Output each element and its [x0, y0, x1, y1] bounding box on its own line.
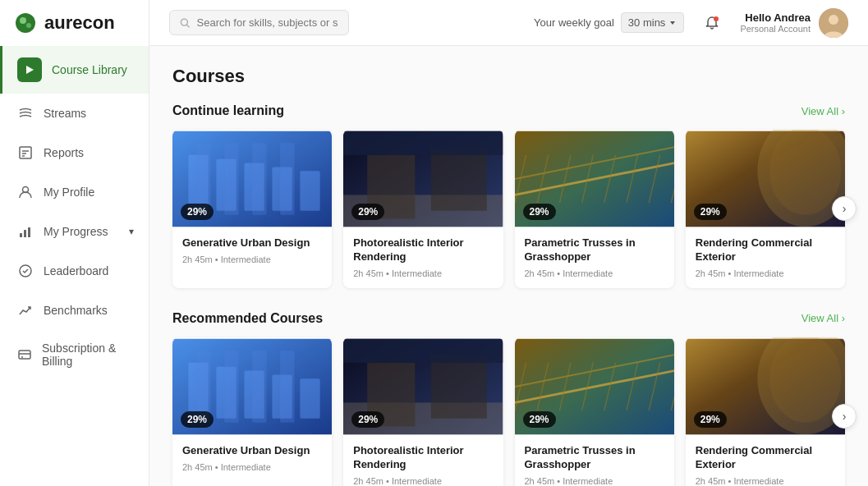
- card-thumbnail: 29%: [686, 130, 845, 228]
- svg-rect-66: [343, 339, 503, 363]
- section-recommended-courses: Recommended Courses View All › 29% Gener…: [172, 311, 845, 486]
- svg-rect-30: [252, 143, 266, 214]
- sidebar-item-my-progress[interactable]: My Progress ▾: [0, 212, 149, 251]
- progress-badge: 29%: [694, 411, 727, 428]
- course-card[interactable]: 29% Rendering Commercial Exterior 2h 45m…: [686, 337, 845, 486]
- sidebar: aurecon Course Library Streams: [0, 0, 149, 486]
- card-thumbnail: 29%: [172, 130, 332, 228]
- svg-point-19: [714, 16, 719, 21]
- svg-rect-31: [280, 143, 294, 214]
- course-card[interactable]: 29% Rendering Commercial Exterior 2h 45m…: [686, 130, 845, 288]
- card-body: Generative Urban Design 2h 45m • Interme…: [172, 228, 332, 274]
- svg-rect-9: [20, 233, 22, 237]
- sidebar-item-streams[interactable]: Streams: [0, 94, 149, 133]
- next-arrow-button[interactable]: ›: [832, 196, 857, 221]
- sidebar-item-label: Subscription & Billing: [42, 342, 134, 368]
- svg-rect-11: [28, 227, 30, 237]
- sidebar-item-course-library[interactable]: Course Library: [0, 46, 149, 94]
- sidebar-item-subscription-billing[interactable]: Subscription & Billing: [0, 330, 149, 379]
- billing-icon: [17, 346, 32, 363]
- course-card[interactable]: 29% Generative Urban Design 2h 45m • Int…: [172, 337, 332, 486]
- card-meta: 2h 45m • Intermediate: [696, 268, 835, 278]
- play-icon: [17, 57, 42, 82]
- benchmarks-icon: [17, 302, 34, 319]
- card-meta: 2h 45m • Intermediate: [696, 476, 835, 486]
- course-card[interactable]: 29% Generative Urban Design 2h 45m • Int…: [172, 130, 332, 288]
- bell-icon: [704, 15, 720, 31]
- svg-rect-60: [252, 351, 266, 422]
- page-title: Courses: [172, 66, 845, 87]
- sidebar-item-label: My Progress: [44, 225, 108, 238]
- chevron-down-icon: [668, 19, 677, 27]
- search-icon: [180, 17, 191, 29]
- svg-point-21: [829, 15, 838, 25]
- card-thumbnail: 29%: [515, 130, 674, 228]
- card-body: Photorealistic Interior Rendering 2h 45m…: [343, 228, 503, 288]
- next-arrow-button[interactable]: ›: [832, 404, 857, 429]
- cards-row: 29% Generative Urban Design 2h 45m • Int…: [172, 130, 845, 288]
- progress-badge: 29%: [523, 204, 556, 220]
- sidebar-item-label: Course Library: [52, 63, 127, 76]
- progress-badge: 29%: [181, 204, 214, 220]
- card-title: Generative Urban Design: [182, 236, 322, 250]
- course-card[interactable]: 29% Parametric Trusses in Grasshopper 2h…: [515, 130, 674, 288]
- svg-rect-13: [19, 351, 30, 359]
- card-thumbnail: 29%: [172, 337, 332, 436]
- svg-rect-57: [300, 378, 319, 419]
- svg-point-2: [26, 23, 31, 28]
- svg-marker-18: [670, 21, 675, 25]
- section-title: Recommended Courses: [172, 311, 323, 326]
- card-meta: 2h 45m • Intermediate: [525, 476, 664, 486]
- course-card[interactable]: 29% Photorealistic Interior Rendering 2h…: [343, 130, 503, 288]
- svg-rect-65: [431, 355, 487, 419]
- reports-icon: [17, 144, 34, 161]
- card-thumbnail: 29%: [343, 130, 503, 228]
- search-bar[interactable]: [169, 10, 349, 35]
- card-title: Photorealistic Interior Rendering: [353, 444, 493, 472]
- svg-rect-27: [300, 171, 319, 211]
- search-input[interactable]: [197, 16, 339, 29]
- svg-point-1: [20, 17, 26, 24]
- sidebar-item-leaderboard[interactable]: Leaderboard: [0, 251, 149, 291]
- progress-badge: 29%: [523, 411, 556, 428]
- svg-rect-35: [431, 147, 487, 211]
- sidebar-item-label: Leaderboard: [44, 264, 108, 277]
- notifications-button[interactable]: [697, 8, 727, 38]
- course-card[interactable]: 29% Parametric Trusses in Grasshopper 2h…: [515, 337, 674, 486]
- logo: aurecon: [15, 12, 115, 34]
- sidebar-item-label: Reports: [44, 146, 84, 159]
- sidebar-item-label: Streams: [44, 107, 86, 120]
- view-all-button[interactable]: View All ›: [801, 312, 845, 324]
- course-card[interactable]: 29% Photorealistic Interior Rendering 2h…: [343, 337, 503, 486]
- card-body: Parametric Trusses in Grasshopper 2h 45m…: [515, 228, 674, 288]
- svg-rect-36: [343, 131, 503, 155]
- card-body: Photorealistic Interior Rendering 2h 45m…: [343, 436, 503, 486]
- main-area: Your weekly goal 30 mins Hello Andrea Pe…: [149, 0, 868, 486]
- weekly-goal-dropdown[interactable]: 30 mins: [621, 12, 685, 33]
- user-name: Hello Andrea: [740, 11, 811, 24]
- card-meta: 2h 45m • Intermediate: [182, 462, 322, 472]
- progress-badge: 29%: [694, 204, 727, 220]
- progress-icon: [17, 223, 34, 240]
- card-body: Generative Urban Design 2h 45m • Interme…: [172, 436, 332, 482]
- content-area: Courses Continue learning View All › 29%…: [149, 46, 868, 486]
- user-info[interactable]: Hello Andrea Personal Account: [740, 8, 848, 38]
- card-title: Generative Urban Design: [182, 444, 322, 458]
- card-meta: 2h 45m • Intermediate: [525, 268, 664, 278]
- sidebar-item-label: Benchmarks: [44, 304, 108, 317]
- sidebar-item-reports[interactable]: Reports: [0, 133, 149, 172]
- card-title: Parametric Trusses in Grasshopper: [525, 444, 664, 472]
- card-title: Parametric Trusses in Grasshopper: [525, 236, 664, 264]
- svg-line-17: [186, 25, 189, 27]
- card-meta: 2h 45m • Intermediate: [182, 254, 322, 264]
- section-header: Continue learning View All ›: [172, 103, 845, 118]
- sidebar-item-my-profile[interactable]: My Profile: [0, 172, 149, 212]
- sidebar-item-benchmarks[interactable]: Benchmarks: [0, 291, 149, 330]
- section-title: Continue learning: [172, 103, 284, 118]
- sidebar-item-label: My Profile: [44, 186, 94, 199]
- progress-badge: 29%: [351, 204, 384, 220]
- view-all-button[interactable]: View All ›: [801, 105, 845, 117]
- card-meta: 2h 45m • Intermediate: [353, 476, 493, 486]
- card-body: Parametric Trusses in Grasshopper 2h 45m…: [515, 436, 674, 486]
- svg-marker-3: [26, 66, 34, 74]
